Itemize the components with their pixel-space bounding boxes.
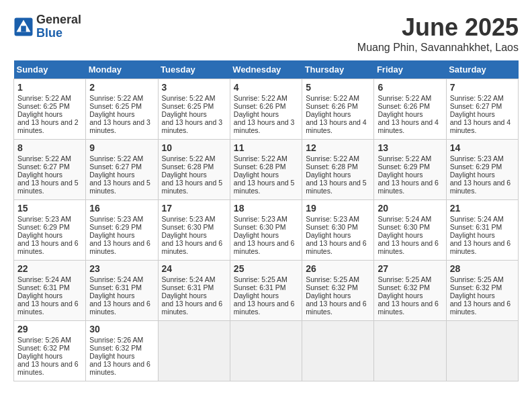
day-number: 2 (89, 82, 154, 93)
col-tuesday: Tuesday (158, 60, 230, 79)
day-number: 9 (89, 142, 154, 153)
day-number: 18 (234, 203, 298, 214)
sunrise-label: Sunrise: 5:23 AM (89, 215, 143, 223)
daylight-label: Daylight hours (450, 291, 495, 300)
sunset-label: Sunset: 6:32 PM (378, 283, 430, 291)
day-number: 30 (89, 324, 154, 334)
title-block: June 2025 Muang Phin, Savannahkhet, Laos (357, 13, 519, 54)
daylight-value: and 13 hours and 6 minutes. (17, 360, 79, 376)
list-item: 17 Sunrise: 5:23 AM Sunset: 6:30 PM Dayl… (158, 200, 230, 261)
daylight-value: and 13 hours and 6 minutes. (306, 300, 367, 316)
sunrise-label: Sunrise: 5:24 AM (89, 275, 143, 283)
daylight-label: Daylight hours (162, 231, 207, 239)
day-number: 19 (306, 203, 370, 214)
daylight-label: Daylight hours (378, 171, 423, 179)
sunset-label: Sunset: 6:26 PM (306, 102, 358, 110)
sunset-label: Sunset: 6:29 PM (89, 223, 142, 231)
daylight-label: Daylight hours (89, 352, 134, 360)
daylight-label: Daylight hours (162, 110, 207, 118)
daylight-label: Daylight hours (89, 291, 134, 300)
sunrise-label: Sunrise: 5:22 AM (17, 94, 71, 102)
day-number: 1 (17, 82, 82, 93)
day-number: 5 (306, 82, 370, 93)
table-row: 29 Sunrise: 5:26 AM Sunset: 6:32 PM Dayl… (14, 321, 519, 381)
daylight-value: and 13 hours and 2 minutes. (17, 118, 79, 134)
day-number: 16 (89, 203, 154, 214)
day-number: 25 (234, 263, 298, 274)
daylight-label: Daylight hours (306, 231, 351, 239)
list-item: 4 Sunrise: 5:22 AM Sunset: 6:26 PM Dayli… (230, 79, 302, 140)
daylight-value: and 13 hours and 6 minutes. (450, 300, 511, 316)
list-item: 8 Sunrise: 5:22 AM Sunset: 6:27 PM Dayli… (14, 140, 86, 200)
logo-icon (13, 17, 34, 37)
list-item: 23 Sunrise: 5:24 AM Sunset: 6:31 PM Dayl… (86, 261, 158, 321)
sunrise-label: Sunrise: 5:25 AM (234, 275, 287, 283)
daylight-value: and 13 hours and 3 minutes. (234, 118, 295, 134)
list-item: 7 Sunrise: 5:22 AM Sunset: 6:27 PM Dayli… (446, 79, 518, 140)
daylight-label: Daylight hours (89, 171, 134, 179)
sunrise-label: Sunrise: 5:26 AM (17, 336, 71, 344)
table-row: 15 Sunrise: 5:23 AM Sunset: 6:29 PM Dayl… (14, 200, 519, 261)
sunset-label: Sunset: 6:28 PM (306, 163, 358, 171)
list-item: 14 Sunrise: 5:23 AM Sunset: 6:29 PM Dayl… (446, 140, 518, 200)
sunset-label: Sunset: 6:28 PM (162, 163, 214, 171)
list-item (230, 321, 302, 381)
list-item: 15 Sunrise: 5:23 AM Sunset: 6:29 PM Dayl… (14, 200, 86, 261)
sunset-label: Sunset: 6:30 PM (162, 223, 214, 231)
sunrise-label: Sunrise: 5:22 AM (306, 154, 359, 163)
sunset-label: Sunset: 6:32 PM (89, 344, 142, 352)
daylight-label: Daylight hours (17, 352, 62, 360)
daylight-value: and 13 hours and 6 minutes. (89, 300, 150, 316)
day-number: 11 (234, 142, 298, 153)
list-item: 2 Sunrise: 5:22 AM Sunset: 6:25 PM Dayli… (86, 79, 158, 140)
list-item: 26 Sunrise: 5:25 AM Sunset: 6:32 PM Dayl… (302, 261, 374, 321)
list-item: 25 Sunrise: 5:25 AM Sunset: 6:31 PM Dayl… (230, 261, 302, 321)
table-row: 1 Sunrise: 5:22 AM Sunset: 6:25 PM Dayli… (14, 79, 519, 140)
sunset-label: Sunset: 6:25 PM (17, 102, 70, 110)
sunset-label: Sunset: 6:29 PM (450, 163, 502, 171)
daylight-label: Daylight hours (234, 110, 279, 118)
sunset-label: Sunset: 6:26 PM (378, 102, 430, 110)
list-item: 10 Sunrise: 5:22 AM Sunset: 6:28 PM Dayl… (158, 140, 230, 200)
logo: General Blue (13, 13, 81, 40)
sunset-label: Sunset: 6:31 PM (89, 283, 142, 291)
day-number: 24 (162, 263, 226, 274)
list-item (302, 321, 374, 381)
day-number: 7 (450, 82, 515, 93)
daylight-label: Daylight hours (306, 291, 351, 300)
day-number: 21 (450, 203, 515, 214)
table-row: 8 Sunrise: 5:22 AM Sunset: 6:27 PM Dayli… (14, 140, 519, 200)
sunrise-label: Sunrise: 5:24 AM (450, 215, 504, 223)
sunset-label: Sunset: 6:27 PM (450, 102, 502, 110)
sunset-label: Sunset: 6:31 PM (162, 283, 214, 291)
list-item: 5 Sunrise: 5:22 AM Sunset: 6:26 PM Dayli… (302, 79, 374, 140)
daylight-value: and 13 hours and 6 minutes. (162, 300, 223, 316)
sunset-label: Sunset: 6:27 PM (89, 163, 142, 171)
daylight-value: and 13 hours and 4 minutes. (450, 118, 511, 134)
day-number: 20 (378, 203, 442, 214)
day-number: 4 (234, 82, 298, 93)
list-item (446, 321, 518, 381)
daylight-label: Daylight hours (378, 110, 423, 118)
day-number: 3 (162, 82, 226, 93)
list-item: 18 Sunrise: 5:23 AM Sunset: 6:30 PM Dayl… (230, 200, 302, 261)
sunrise-label: Sunrise: 5:22 AM (17, 154, 71, 163)
calendar-table: Sunday Monday Tuesday Wednesday Thursday… (13, 60, 519, 381)
daylight-value: and 13 hours and 4 minutes. (378, 118, 439, 134)
daylight-label: Daylight hours (378, 291, 423, 300)
sunrise-label: Sunrise: 5:22 AM (306, 94, 359, 102)
daylight-value: and 13 hours and 3 minutes. (89, 118, 150, 134)
sunrise-label: Sunrise: 5:22 AM (234, 154, 287, 163)
daylight-value: and 13 hours and 5 minutes. (234, 179, 295, 195)
sunrise-label: Sunrise: 5:23 AM (162, 215, 216, 223)
daylight-value: and 13 hours and 3 minutes. (162, 118, 223, 134)
sunset-label: Sunset: 6:32 PM (306, 283, 358, 291)
sunrise-label: Sunrise: 5:23 AM (306, 215, 359, 223)
daylight-label: Daylight hours (89, 231, 134, 239)
page-header: General Blue June 2025 Muang Phin, Savan… (13, 13, 519, 54)
list-item: 21 Sunrise: 5:24 AM Sunset: 6:31 PM Dayl… (446, 200, 518, 261)
sunset-label: Sunset: 6:26 PM (234, 102, 286, 110)
sunrise-label: Sunrise: 5:23 AM (17, 215, 71, 223)
col-monday: Monday (86, 60, 158, 79)
daylight-label: Daylight hours (234, 291, 279, 300)
